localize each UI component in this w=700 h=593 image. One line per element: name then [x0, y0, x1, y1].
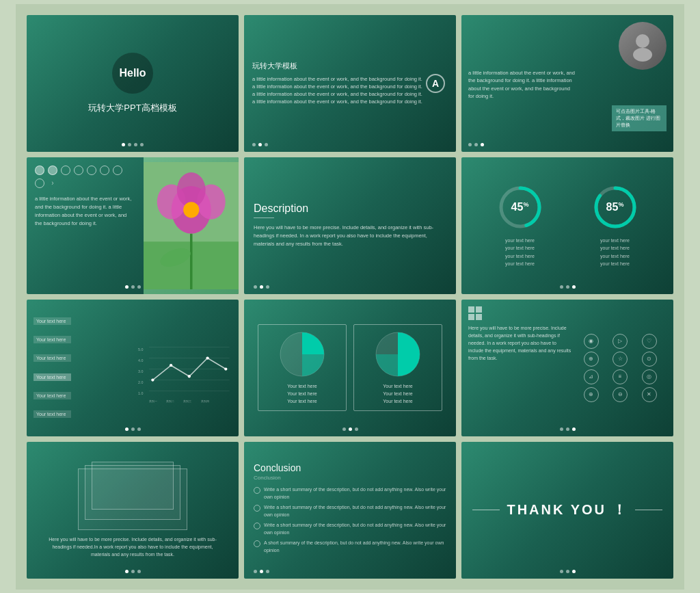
stacked-layers	[78, 462, 187, 530]
icon-btn-7: ⊿	[584, 369, 599, 384]
bar-label-4: Your text here	[33, 373, 71, 381]
svg-text:4.0: 4.0	[138, 358, 143, 363]
slide-4-body: a little information about the event or …	[35, 195, 135, 228]
dot-1	[254, 285, 257, 289]
bar-item-1: Your text here	[33, 317, 126, 325]
slide-2: 玩转大学模板 a little information about the ev…	[244, 15, 456, 152]
bar-item-4: Your text here	[33, 373, 126, 381]
svg-point-30	[224, 368, 227, 371]
dot-3	[137, 427, 141, 431]
grid-cell-1	[468, 306, 474, 313]
nav-dot-7	[113, 166, 122, 175]
slide-10: Here you will have to be more precise. I…	[27, 442, 239, 579]
slide-10-dots	[125, 570, 141, 573]
conclusion-text-3: Write a short summary of the description…	[264, 522, 446, 536]
nav-dot-4	[74, 166, 83, 175]
bar-label-2: Your text here	[33, 336, 71, 343]
pie-svg-2	[374, 330, 422, 378]
desc-line	[254, 218, 274, 219]
line-chart: 5.0 4.0 3.0 2.0 1.0 类别一 类别	[133, 300, 239, 436]
conclusion-title: Conclusion	[254, 462, 301, 473]
icon-btn-8: ≡	[612, 369, 628, 384]
dot-4	[140, 143, 144, 146]
hello-text: Hello	[119, 67, 146, 79]
slide-7-dots	[125, 427, 141, 431]
bar-list: Your text here Your text here Your text …	[27, 300, 133, 436]
svg-text:3.0: 3.0	[138, 369, 143, 373]
bar-item-3: Your text here	[33, 354, 126, 362]
slide-11: Conclusion Conclusion Write a short summ…	[244, 442, 456, 579]
conclusion-icon-2	[254, 505, 260, 512]
conclusion-icon-3	[254, 523, 260, 529]
bar-label-6: Your text here	[33, 410, 71, 418]
grid-cell-3	[468, 314, 474, 320]
letter-a: A	[426, 74, 445, 93]
conclusion-text-2: Write a short summary of the description…	[264, 504, 446, 518]
bar-item-6: Your text here	[33, 410, 126, 418]
dot-1	[125, 570, 129, 573]
icon-btn-10: ⊕	[584, 387, 599, 402]
dot-3	[266, 570, 269, 573]
stat-1-label: your text hereyour text hereyour text he…	[505, 237, 535, 267]
svg-text:2.0: 2.0	[138, 380, 143, 384]
stat-2: 85% your text hereyour text hereyour tex…	[591, 183, 639, 267]
svg-point-29	[206, 357, 208, 360]
conclusion-item-4: A short summary of the description, but …	[254, 540, 446, 554]
svg-point-9	[183, 202, 199, 218]
icon-btn-12: ✕	[642, 387, 657, 402]
dot-3	[481, 143, 484, 146]
slide-9-dots	[560, 427, 576, 431]
conclusion-item-1: Write a short summary of the description…	[254, 486, 446, 501]
dot-2	[260, 570, 263, 573]
dot-2	[258, 143, 262, 146]
stat-1-value: 45%	[511, 201, 529, 213]
slide-3: a little information about the event or …	[461, 15, 673, 152]
bar-item-2: Your text here	[33, 336, 126, 343]
slide-4-image	[144, 157, 239, 294]
stat-1: 45% your text hereyour text hereyour tex…	[496, 183, 544, 267]
circle-ring-2: 85%	[591, 183, 639, 231]
grid-icon	[468, 306, 482, 320]
conclusion-icon-4	[254, 540, 260, 547]
icon-btn-5: ☆	[612, 352, 628, 367]
svg-point-26	[151, 379, 154, 382]
dot-3	[137, 285, 141, 289]
svg-text:类别三: 类别三	[183, 399, 191, 403]
dot-2	[474, 143, 478, 146]
person-icon	[625, 29, 660, 63]
slide-5-dots	[254, 285, 269, 289]
svg-point-0	[636, 34, 649, 48]
line-chart-svg: 5.0 4.0 3.0 2.0 1.0 类别一 类别	[138, 330, 233, 430]
pie-text-1: Your text hereYour text hereYour text he…	[287, 382, 317, 406]
thank-you-text: THANK YOU ！	[472, 501, 662, 519]
dot-3	[572, 427, 576, 431]
dot-2	[131, 427, 135, 431]
slide-grid: Hello 玩转大学PPT高档模板 玩转大学模板 a little inform…	[16, 4, 684, 590]
icon-grid: ◉ ▷ ♡ ⊕ ☆ ⊙ ⊿ ≡ ◎ ⊕ ⊖ ✕	[578, 300, 674, 436]
dot-2	[566, 285, 569, 289]
icon-btn-2: ▷	[612, 334, 628, 349]
icon-btn-4: ⊕	[584, 352, 599, 367]
stat-2-value: 85%	[606, 201, 624, 213]
slide-12-dots	[560, 570, 576, 573]
icon-btn-11: ⊖	[612, 387, 628, 402]
icon-btn-6: ⊙	[642, 352, 657, 367]
nav-dots: ›	[35, 166, 135, 188]
dot-2	[131, 285, 135, 289]
conclusion-text-4: A short summary of the description, but …	[264, 540, 446, 554]
conclusion-subtitle: Conclusion	[254, 475, 281, 481]
nav-dot-5	[87, 166, 96, 175]
dot-2	[131, 570, 135, 573]
dot-1	[560, 570, 563, 573]
slide-8-dots	[342, 427, 358, 431]
svg-point-1	[633, 48, 652, 62]
svg-text:1.0: 1.0	[138, 391, 143, 395]
bar-label-3: Your text here	[33, 354, 71, 362]
dot-3	[265, 143, 268, 146]
slide-6-dots	[560, 285, 576, 289]
pie-text-2: Your text hereYour text hereYour text he…	[383, 382, 412, 406]
flower-image	[144, 157, 239, 294]
svg-point-28	[188, 375, 191, 378]
conclusion-text-1: Write a short summary of the description…	[264, 486, 446, 501]
profile-photo	[619, 22, 667, 70]
